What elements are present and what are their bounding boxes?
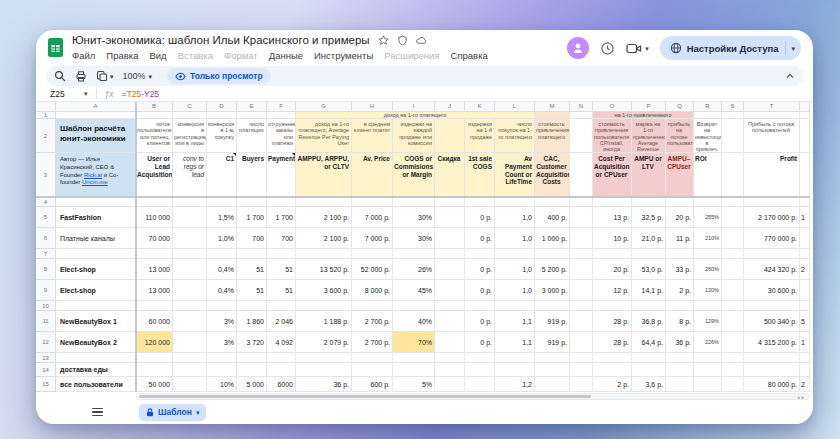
cell-I14[interactable] <box>393 363 435 377</box>
cell-D6[interactable]: 1,0% <box>207 228 237 249</box>
collapse-toolbar-icon[interactable] <box>785 70 795 82</box>
cell-G1[interactable]: доход на 1-го платящего <box>296 112 535 119</box>
cell-O4[interactable] <box>593 197 632 207</box>
select-all-corner[interactable] <box>36 102 56 112</box>
cell-U14[interactable] <box>800 363 810 377</box>
cell-P9[interactable]: 14,1 р. <box>632 280 666 301</box>
link-rick.ai[interactable]: Rick.ai <box>84 172 102 178</box>
cell-F14[interactable] <box>267 363 296 377</box>
cell-L6[interactable]: 1,0 <box>495 228 535 249</box>
cell-O14[interactable] <box>593 363 632 377</box>
cell-U13[interactable] <box>800 353 810 363</box>
cell-N13[interactable] <box>570 353 593 363</box>
cell-P13[interactable] <box>632 353 666 363</box>
cell-U6[interactable] <box>800 228 810 249</box>
cell-E9[interactable]: 51 <box>237 280 267 301</box>
cell-K14[interactable] <box>465 363 495 377</box>
cloud-status-icon[interactable] <box>416 35 427 46</box>
cell-F10[interactable] <box>267 301 296 311</box>
cell-M8[interactable]: 5 200 р. <box>535 259 570 280</box>
cell-L10[interactable] <box>495 301 535 311</box>
cell-T14[interactable] <box>744 363 800 377</box>
cell-P14[interactable] <box>632 363 666 377</box>
cell-G15[interactable]: 36 р. <box>296 377 352 392</box>
cell-E12[interactable]: 3 720 <box>237 332 267 353</box>
cell-H4[interactable] <box>352 197 393 207</box>
cell-P15[interactable]: 3,6 р. <box>632 377 666 392</box>
cell-U9[interactable] <box>800 280 810 301</box>
cell-F15[interactable]: 6000 <box>267 377 296 392</box>
cell-A14[interactable]: доставка еды <box>56 363 136 377</box>
cell-T9[interactable]: 30 600 р. <box>744 280 800 301</box>
cell-N12[interactable] <box>570 332 593 353</box>
cell-F9[interactable]: 51 <box>267 280 296 301</box>
cell-S15[interactable] <box>722 377 744 392</box>
cell-M12[interactable]: 919 р. <box>535 332 570 353</box>
cell-B1[interactable] <box>136 112 173 119</box>
cell-N11[interactable] <box>570 311 593 332</box>
cell-T15[interactable]: 80 000 р. <box>744 377 800 392</box>
cell-C9[interactable] <box>173 280 207 301</box>
cell-T2[interactable]: Прибыль с потока пользователей <box>744 119 800 153</box>
cell-L11[interactable]: 1,1 <box>495 311 535 332</box>
cell-H9[interactable]: 8 000 р. <box>352 280 393 301</box>
cell-A13[interactable] <box>56 353 136 363</box>
sheet-tab-shablon[interactable]: Шаблон ▾ <box>139 404 206 421</box>
cell-K3[interactable]: 1st sale COGS <box>465 153 495 197</box>
cell-B12[interactable]: 120 000 <box>136 332 173 353</box>
cell-M14[interactable] <box>535 363 570 377</box>
cell-R2[interactable]: Возврат на инвестиции в привлеч. пользов… <box>694 119 722 153</box>
cell-P4[interactable] <box>632 197 666 207</box>
cell-U2[interactable] <box>800 119 810 153</box>
cell-C14[interactable] <box>173 363 207 377</box>
cell-C4[interactable] <box>173 197 207 207</box>
cell-H11[interactable]: 2 700 р. <box>352 311 393 332</box>
cell-T8[interactable]: 424 320 р. <box>744 259 800 280</box>
cell-I3[interactable]: COGS or Commisions or Margin <box>393 153 435 197</box>
cell-Q3[interactable]: AMPU–CPUser <box>666 153 694 197</box>
cell-G7[interactable] <box>296 249 352 259</box>
cell-T5[interactable]: 2 170 000 р. <box>744 207 800 228</box>
cell-F3[interactable]: Payments <box>267 153 296 197</box>
cell-N3[interactable] <box>570 153 593 197</box>
cell-A7[interactable] <box>56 249 136 259</box>
row-header-5[interactable]: 5 <box>36 207 56 228</box>
cell-S5[interactable] <box>722 207 744 228</box>
column-header-D[interactable]: D <box>207 102 237 112</box>
column-header-L[interactable]: L <box>495 102 535 112</box>
cell-M5[interactable]: 400 р. <box>535 207 570 228</box>
column-header-I[interactable]: I <box>393 102 435 112</box>
cell-Q11[interactable]: 8 р. <box>666 311 694 332</box>
print-icon[interactable] <box>75 70 87 82</box>
cell-U1[interactable] <box>800 112 810 119</box>
meet-camera-icon[interactable] <box>626 42 642 55</box>
cell-D4[interactable] <box>207 197 237 207</box>
cell-C2[interactable]: конверсия в регистрацию или в лиды <box>173 119 207 153</box>
cell-D1[interactable] <box>207 112 237 119</box>
row-header-7[interactable]: 7 <box>36 249 56 259</box>
cell-C13[interactable] <box>173 353 207 363</box>
cell-I7[interactable] <box>393 249 435 259</box>
cell-Q6[interactable]: 11 р. <box>666 228 694 249</box>
cell-D15[interactable]: 10% <box>207 377 237 392</box>
column-header-A[interactable]: A <box>56 102 136 112</box>
cell-M6[interactable]: 1 000 р. <box>535 228 570 249</box>
cell-M2[interactable]: стоимость привлечения платящего <box>535 119 570 153</box>
cell-L13[interactable] <box>495 353 535 363</box>
cell-E11[interactable]: 1 860 <box>237 311 267 332</box>
column-header-F[interactable]: F <box>267 102 296 112</box>
cell-O10[interactable] <box>593 301 632 311</box>
column-header-S[interactable]: S <box>722 102 744 112</box>
cell-J3[interactable]: Скидка <box>435 153 465 197</box>
name-box-caret[interactable]: ▾ <box>84 90 88 97</box>
cell-E6[interactable]: 700 <box>237 228 267 249</box>
cell-T10[interactable] <box>744 301 800 311</box>
cell-F5[interactable]: 1 700 <box>267 207 296 228</box>
cell-H8[interactable]: 52 000 р. <box>352 259 393 280</box>
cell-S8[interactable] <box>722 259 744 280</box>
cell-R7[interactable] <box>694 249 722 259</box>
cell-K8[interactable]: 0 р. <box>465 259 495 280</box>
row-header-11[interactable]: 11 <box>36 311 56 332</box>
row-header-13[interactable]: 13 <box>36 353 56 363</box>
row-header-2[interactable]: 2 <box>36 119 56 153</box>
